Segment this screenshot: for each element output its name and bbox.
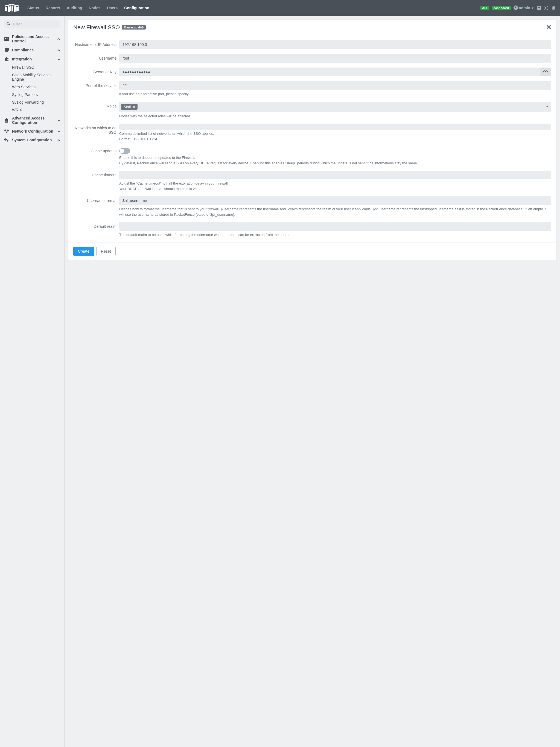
sidebar-section-policies[interactable]: Policies and Access Control (4, 32, 60, 45)
svg-text:?: ? (538, 6, 540, 9)
tools-icon[interactable] (544, 6, 549, 10)
svg-line-18 (5, 131, 6, 132)
reveal-password-button[interactable] (540, 68, 551, 76)
section-label: Network Configuration (12, 129, 54, 133)
chevron-up-icon (57, 36, 60, 41)
navbar: Status Reports Auditing Nodes Users Conf… (0, 0, 560, 16)
sidebar-section-system[interactable]: System Configuration (4, 136, 60, 145)
svg-point-1 (515, 6, 516, 8)
puzzle-icon (4, 57, 9, 61)
cache-timeout-help1: Adjust the "Cache timeout" to half the e… (119, 181, 551, 186)
section-label: System Configuration (12, 138, 54, 142)
chip-remove-icon[interactable]: ✕ (133, 105, 135, 109)
svg-point-15 (4, 129, 6, 131)
sidebar-item-syslog-forwarding[interactable]: Syslog Forwarding (4, 98, 60, 106)
type-badge: BarracudaNG (122, 25, 146, 29)
cache-timeout-input[interactable] (119, 171, 551, 179)
nav-links: Status Reports Auditing Nodes Users Conf… (25, 4, 152, 12)
hostname-input[interactable] (119, 40, 551, 49)
svg-point-7 (5, 38, 6, 39)
networks-input[interactable] (119, 124, 551, 130)
roles-help: Nodes with the selected roles will be af… (119, 113, 551, 119)
cache-updates-label: Cache updates (73, 147, 119, 166)
content: New Firewall SSO BarracudaNG Hostname or… (65, 16, 560, 747)
sidebar-item-wrix[interactable]: WRIX (4, 106, 60, 114)
gears-icon (4, 138, 9, 142)
sidebar-item-web-services[interactable]: Web Services (4, 83, 60, 91)
card-body: Hostname or IP Address Username Secret o… (68, 35, 556, 242)
svg-line-5 (9, 24, 10, 25)
cache-updates-help1: Enable this to debounce updates to the F… (119, 155, 551, 160)
svg-rect-11 (6, 118, 7, 119)
default-realm-label: Default realm (73, 222, 119, 238)
nav-nodes[interactable]: Nodes (86, 4, 103, 12)
chevron-up-icon (57, 129, 60, 133)
section-label: Policies and Access Control (12, 34, 54, 43)
sidebar-section-integration[interactable]: Integration (4, 54, 60, 63)
badge-dashboard[interactable]: dashboard (492, 6, 511, 10)
cache-timeout-label: Cache timeout (73, 171, 119, 191)
badge-api[interactable]: API (480, 6, 489, 10)
default-realm-input[interactable] (119, 222, 551, 231)
eye-icon (543, 70, 548, 74)
cache-updates-toggle[interactable] (119, 148, 130, 154)
reset-button[interactable]: Reset (96, 247, 116, 256)
logo[interactable] (4, 4, 19, 12)
card-footer: Create Reset (68, 242, 556, 260)
roles-label: Roles (73, 102, 119, 119)
toggle-knob (120, 149, 124, 153)
secret-input[interactable] (119, 68, 540, 76)
network-icon (4, 129, 9, 133)
username-input[interactable] (119, 54, 551, 62)
search-icon (6, 22, 10, 27)
networks-help2: Format : 192.168.0.0/24 (119, 136, 551, 142)
port-input[interactable] (119, 81, 551, 90)
form-card: New Firewall SSO BarracudaNG Hostname or… (68, 20, 556, 260)
svg-rect-8 (6, 38, 8, 38)
username-format-input[interactable] (119, 196, 551, 205)
hostname-label: Hostname or IP Address (73, 40, 119, 49)
user-icon (513, 5, 518, 11)
sidebar-item-syslog-parsers[interactable]: Syslog Parsers (4, 91, 60, 98)
chevron-down-icon: ▼ (531, 6, 534, 9)
svg-point-20 (5, 139, 6, 140)
nav-reports[interactable]: Reports (43, 4, 63, 12)
filter-input[interactable] (4, 20, 60, 28)
networks-help1: Comma delimited list of networks on whic… (119, 131, 551, 136)
sidebar-item-firewall-sso[interactable]: Firewall SSO (4, 63, 60, 71)
chevron-down-icon (57, 57, 60, 61)
svg-rect-9 (6, 39, 8, 40)
networks-label: Networks on which to do SSO (73, 124, 119, 141)
sidebar-section-compliance[interactable]: Compliance (4, 45, 60, 54)
svg-point-16 (7, 129, 9, 131)
help-icon[interactable]: ? (537, 6, 541, 10)
section-label: Integration (12, 57, 54, 61)
cache-timeout-help2: Your DHCP renewal interval should match … (119, 186, 551, 192)
sidebar-section-network[interactable]: Network Configuration (4, 127, 60, 136)
close-button[interactable] (546, 25, 551, 30)
svg-point-28 (545, 71, 546, 73)
sidebar-section-advanced[interactable]: Advanced Access Configuration (4, 114, 60, 127)
nav-configuration[interactable]: Configuration (121, 4, 152, 12)
svg-rect-14 (5, 121, 7, 122)
filter-box (4, 20, 60, 28)
username-format-help: Defines how to format the username that … (119, 206, 551, 217)
svg-line-19 (7, 131, 8, 132)
roles-select[interactable]: Staff ✕ ▼ (119, 102, 551, 112)
layout: Policies and Access Control Compliance I… (0, 16, 560, 747)
user-menu[interactable]: admin ▼ (513, 5, 534, 11)
id-card-icon (4, 37, 9, 41)
svg-point-17 (6, 131, 7, 133)
card-title: New Firewall SSO (73, 24, 120, 31)
card-header: New Firewall SSO BarracudaNG (68, 20, 556, 35)
chevron-down-icon: ▼ (546, 105, 549, 108)
nav-users[interactable]: Users (104, 4, 120, 12)
nav-auditing[interactable]: Auditing (64, 4, 85, 12)
create-button[interactable]: Create (73, 247, 94, 256)
shield-icon (4, 48, 9, 52)
sidebar-item-cisco[interactable]: Cisco Mobility Services Engine (4, 71, 60, 83)
bell-icon[interactable] (552, 6, 556, 10)
nav-status[interactable]: Status (25, 4, 42, 12)
username-label: Username (73, 54, 119, 62)
port-help: If you use an alternative port, please s… (119, 91, 551, 97)
